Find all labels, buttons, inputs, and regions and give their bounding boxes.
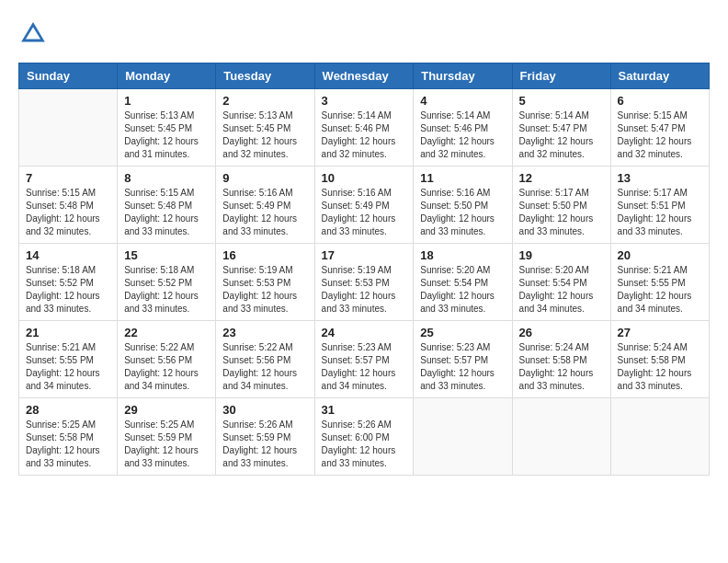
day-info: Sunrise: 5:23 AM Sunset: 5:57 PM Dayligh…: [322, 341, 407, 393]
day-number: 21: [26, 326, 110, 339]
day-info: Sunrise: 5:15 AM Sunset: 5:48 PM Dayligh…: [26, 187, 110, 238]
day-number: 28: [26, 403, 110, 417]
day-cell: 17Sunrise: 5:19 AM Sunset: 5:53 PM Dayli…: [314, 244, 414, 321]
day-number: 22: [124, 326, 209, 339]
day-cell: 8Sunrise: 5:15 AM Sunset: 5:48 PM Daylig…: [118, 167, 216, 244]
day-cell: 9Sunrise: 5:16 AM Sunset: 5:49 PM Daylig…: [216, 167, 314, 244]
day-cell: 20Sunrise: 5:21 AM Sunset: 5:55 PM Dayli…: [610, 244, 709, 321]
day-cell: 25Sunrise: 5:23 AM Sunset: 5:57 PM Dayli…: [414, 321, 512, 398]
day-number: 24: [322, 326, 407, 339]
day-cell: 24Sunrise: 5:23 AM Sunset: 5:57 PM Dayli…: [314, 321, 414, 398]
day-cell: 14Sunrise: 5:18 AM Sunset: 5:52 PM Dayli…: [19, 244, 118, 321]
day-cell: 31Sunrise: 5:26 AM Sunset: 6:00 PM Dayli…: [314, 398, 414, 476]
day-number: 3: [322, 94, 407, 108]
day-number: 29: [124, 403, 209, 417]
header-row: SundayMondayTuesdayWednesdayThursdayFrid…: [19, 63, 710, 89]
week-row-2: 7Sunrise: 5:15 AM Sunset: 5:48 PM Daylig…: [19, 167, 710, 244]
day-info: Sunrise: 5:15 AM Sunset: 5:48 PM Dayligh…: [124, 187, 209, 238]
day-info: Sunrise: 5:23 AM Sunset: 5:57 PM Dayligh…: [420, 341, 505, 393]
day-number: 7: [26, 171, 110, 185]
day-info: Sunrise: 5:21 AM Sunset: 5:55 PM Dayligh…: [618, 264, 702, 316]
day-info: Sunrise: 5:26 AM Sunset: 6:00 PM Dayligh…: [322, 419, 407, 470]
day-cell: 1Sunrise: 5:13 AM Sunset: 5:45 PM Daylig…: [118, 89, 216, 167]
day-number: 15: [124, 248, 209, 262]
column-header-sunday: Sunday: [19, 63, 118, 89]
logo-icon: [18, 18, 48, 48]
day-number: 26: [519, 326, 604, 339]
day-number: 14: [26, 248, 110, 262]
day-cell: 11Sunrise: 5:16 AM Sunset: 5:50 PM Dayli…: [414, 167, 512, 244]
day-cell: [19, 89, 118, 167]
day-number: 12: [519, 171, 604, 185]
day-number: 16: [222, 248, 307, 262]
week-row-1: 1Sunrise: 5:13 AM Sunset: 5:45 PM Daylig…: [19, 89, 710, 167]
day-info: Sunrise: 5:13 AM Sunset: 5:45 PM Dayligh…: [124, 109, 209, 161]
week-row-3: 14Sunrise: 5:18 AM Sunset: 5:52 PM Dayli…: [19, 244, 710, 321]
day-info: Sunrise: 5:26 AM Sunset: 5:59 PM Dayligh…: [222, 419, 307, 470]
day-number: 6: [618, 94, 702, 108]
day-cell: 23Sunrise: 5:22 AM Sunset: 5:56 PM Dayli…: [216, 321, 314, 398]
day-info: Sunrise: 5:16 AM Sunset: 5:49 PM Dayligh…: [222, 187, 307, 238]
day-cell: [414, 398, 512, 476]
day-cell: 18Sunrise: 5:20 AM Sunset: 5:54 PM Dayli…: [414, 244, 512, 321]
day-cell: 29Sunrise: 5:25 AM Sunset: 5:59 PM Dayli…: [118, 398, 216, 476]
day-cell: 12Sunrise: 5:17 AM Sunset: 5:50 PM Dayli…: [512, 167, 610, 244]
day-info: Sunrise: 5:25 AM Sunset: 5:59 PM Dayligh…: [124, 419, 209, 470]
day-info: Sunrise: 5:15 AM Sunset: 5:47 PM Dayligh…: [618, 109, 702, 161]
day-info: Sunrise: 5:19 AM Sunset: 5:53 PM Dayligh…: [222, 264, 307, 316]
column-header-friday: Friday: [512, 63, 610, 89]
week-row-5: 28Sunrise: 5:25 AM Sunset: 5:58 PM Dayli…: [19, 398, 710, 476]
day-number: 31: [322, 403, 407, 417]
day-number: 5: [519, 94, 604, 108]
day-number: 23: [222, 326, 307, 339]
column-header-thursday: Thursday: [414, 63, 512, 89]
day-info: Sunrise: 5:22 AM Sunset: 5:56 PM Dayligh…: [222, 341, 307, 393]
day-cell: 3Sunrise: 5:14 AM Sunset: 5:46 PM Daylig…: [314, 89, 414, 167]
day-cell: 27Sunrise: 5:24 AM Sunset: 5:58 PM Dayli…: [610, 321, 709, 398]
day-number: 17: [322, 248, 407, 262]
day-cell: [610, 398, 709, 476]
day-cell: 30Sunrise: 5:26 AM Sunset: 5:59 PM Dayli…: [216, 398, 314, 476]
day-cell: 19Sunrise: 5:20 AM Sunset: 5:54 PM Dayli…: [512, 244, 610, 321]
day-cell: 7Sunrise: 5:15 AM Sunset: 5:48 PM Daylig…: [19, 167, 118, 244]
day-number: 9: [222, 171, 307, 185]
day-info: Sunrise: 5:20 AM Sunset: 5:54 PM Dayligh…: [420, 264, 505, 316]
day-info: Sunrise: 5:24 AM Sunset: 5:58 PM Dayligh…: [519, 341, 604, 393]
day-number: 8: [124, 171, 209, 185]
day-number: 10: [322, 171, 407, 185]
day-number: 27: [618, 326, 702, 339]
page-header: [18, 18, 710, 48]
day-cell: 13Sunrise: 5:17 AM Sunset: 5:51 PM Dayli…: [610, 167, 709, 244]
day-info: Sunrise: 5:22 AM Sunset: 5:56 PM Dayligh…: [124, 341, 209, 393]
week-row-4: 21Sunrise: 5:21 AM Sunset: 5:55 PM Dayli…: [19, 321, 710, 398]
day-info: Sunrise: 5:17 AM Sunset: 5:50 PM Dayligh…: [519, 187, 604, 238]
day-cell: 21Sunrise: 5:21 AM Sunset: 5:55 PM Dayli…: [19, 321, 118, 398]
day-cell: 15Sunrise: 5:18 AM Sunset: 5:52 PM Dayli…: [118, 244, 216, 321]
day-info: Sunrise: 5:16 AM Sunset: 5:49 PM Dayligh…: [322, 187, 407, 238]
day-number: 25: [420, 326, 505, 339]
day-info: Sunrise: 5:14 AM Sunset: 5:46 PM Dayligh…: [322, 109, 407, 161]
logo: [18, 18, 53, 48]
column-header-saturday: Saturday: [610, 63, 709, 89]
column-header-wednesday: Wednesday: [314, 63, 414, 89]
day-info: Sunrise: 5:21 AM Sunset: 5:55 PM Dayligh…: [26, 341, 110, 393]
day-info: Sunrise: 5:14 AM Sunset: 5:47 PM Dayligh…: [519, 109, 604, 161]
day-number: 11: [420, 171, 505, 185]
day-cell: 22Sunrise: 5:22 AM Sunset: 5:56 PM Dayli…: [118, 321, 216, 398]
day-info: Sunrise: 5:18 AM Sunset: 5:52 PM Dayligh…: [26, 264, 110, 316]
calendar-table: SundayMondayTuesdayWednesdayThursdayFrid…: [18, 63, 710, 476]
day-info: Sunrise: 5:16 AM Sunset: 5:50 PM Dayligh…: [420, 187, 505, 238]
day-cell: 16Sunrise: 5:19 AM Sunset: 5:53 PM Dayli…: [216, 244, 314, 321]
day-cell: 28Sunrise: 5:25 AM Sunset: 5:58 PM Dayli…: [19, 398, 118, 476]
day-number: 13: [618, 171, 702, 185]
day-cell: 2Sunrise: 5:13 AM Sunset: 5:45 PM Daylig…: [216, 89, 314, 167]
day-info: Sunrise: 5:19 AM Sunset: 5:53 PM Dayligh…: [322, 264, 407, 316]
day-info: Sunrise: 5:18 AM Sunset: 5:52 PM Dayligh…: [124, 264, 209, 316]
day-info: Sunrise: 5:20 AM Sunset: 5:54 PM Dayligh…: [519, 264, 604, 316]
day-cell: 26Sunrise: 5:24 AM Sunset: 5:58 PM Dayli…: [512, 321, 610, 398]
column-header-tuesday: Tuesday: [216, 63, 314, 89]
day-number: 20: [618, 248, 702, 262]
day-number: 18: [420, 248, 505, 262]
day-number: 19: [519, 248, 604, 262]
day-info: Sunrise: 5:24 AM Sunset: 5:58 PM Dayligh…: [618, 341, 702, 393]
